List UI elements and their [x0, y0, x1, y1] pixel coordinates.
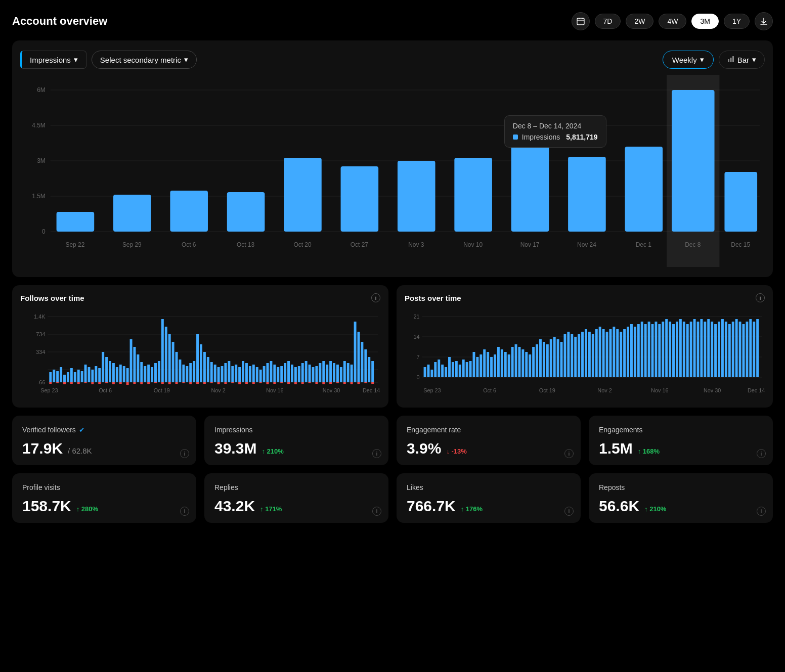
- svg-text:Nov 30: Nov 30: [323, 387, 340, 393]
- stat-card-engagements: Engagements 1.5M ↑ 168% i: [589, 416, 773, 465]
- svg-rect-256: [588, 332, 591, 377]
- svg-rect-79: [137, 354, 139, 382]
- weekly-view-button[interactable]: Weekly ▾: [663, 51, 714, 69]
- svg-rect-64: [84, 365, 87, 382]
- svg-rect-274: [651, 324, 654, 377]
- stat-info-reposts[interactable]: i: [757, 507, 766, 516]
- svg-rect-151: [77, 382, 80, 384]
- primary-metric-button[interactable]: Impressions ▾: [20, 51, 86, 69]
- svg-rect-70: [105, 357, 108, 382]
- calendar-icon[interactable]: [572, 12, 590, 30]
- svg-rect-107: [235, 365, 237, 382]
- svg-rect-122: [287, 361, 290, 382]
- svg-rect-255: [585, 329, 587, 377]
- svg-text:Nov 17: Nov 17: [520, 241, 540, 248]
- svg-rect-120: [280, 366, 283, 382]
- svg-rect-257: [592, 334, 594, 377]
- svg-text:Oct 13: Oct 13: [237, 241, 254, 248]
- svg-rect-235: [515, 344, 517, 377]
- svg-rect-131: [319, 363, 321, 382]
- svg-rect-168: [196, 382, 199, 384]
- primary-metric-label: Impressions: [30, 56, 71, 64]
- svg-rect-187: [329, 382, 332, 384]
- svg-rect-136: [336, 365, 339, 382]
- stat-card-verified-followers: Verified followers ✔ 17.9K / 62.8K i: [12, 416, 196, 465]
- svg-text:Dec 1: Dec 1: [636, 241, 651, 248]
- svg-text:Nov 16: Nov 16: [651, 387, 668, 393]
- svg-rect-88: [168, 334, 171, 382]
- svg-rect-304: [756, 319, 759, 377]
- time-btn-2w[interactable]: 2W: [626, 14, 653, 29]
- stat-info-0[interactable]: i: [180, 449, 189, 458]
- svg-rect-86: [161, 319, 164, 382]
- svg-rect-62: [77, 370, 80, 382]
- svg-rect-265: [620, 332, 622, 377]
- svg-rect-183: [301, 382, 304, 384]
- stat-info-1[interactable]: i: [372, 449, 381, 458]
- svg-rect-27: [568, 157, 606, 232]
- stat-value-row-replies: 43.2K ↑ 171%: [214, 498, 378, 515]
- svg-rect-278: [665, 319, 668, 377]
- svg-rect-186: [322, 382, 325, 384]
- svg-rect-163: [161, 382, 164, 384]
- page-title: Account overview: [12, 15, 107, 28]
- time-btn-1y[interactable]: 1Y: [724, 14, 750, 29]
- stat-info-3[interactable]: i: [757, 449, 766, 458]
- svg-rect-222: [469, 361, 472, 377]
- stat-value-profile-visits: 158.7K: [22, 498, 71, 515]
- svg-text:21: 21: [414, 313, 420, 320]
- svg-rect-190: [351, 382, 353, 384]
- svg-rect-55: [53, 370, 55, 382]
- svg-rect-24: [398, 161, 435, 232]
- download-icon[interactable]: [755, 12, 773, 30]
- posts-info-icon[interactable]: i: [756, 293, 765, 302]
- svg-rect-116: [267, 363, 269, 382]
- stat-info-2[interactable]: i: [564, 449, 574, 458]
- svg-text:14: 14: [414, 334, 420, 340]
- svg-text:0: 0: [417, 374, 420, 380]
- svg-rect-124: [294, 367, 297, 382]
- time-btn-4w[interactable]: 4W: [659, 14, 686, 29]
- svg-rect-239: [529, 354, 531, 377]
- svg-rect-114: [259, 370, 262, 382]
- svg-rect-218: [455, 361, 458, 377]
- svg-text:Nov 3: Nov 3: [408, 241, 424, 248]
- svg-rect-0: [577, 18, 584, 25]
- svg-rect-164: [168, 382, 171, 384]
- stat-title-engagements: Engagements: [599, 426, 763, 434]
- svg-rect-94: [189, 363, 192, 382]
- stat-value-0: 17.9K: [22, 440, 63, 457]
- svg-rect-280: [672, 324, 675, 377]
- svg-rect-259: [599, 327, 601, 377]
- svg-rect-260: [602, 329, 605, 377]
- svg-rect-303: [753, 322, 755, 377]
- svg-rect-178: [267, 382, 269, 384]
- svg-rect-103: [221, 366, 224, 382]
- svg-rect-248: [560, 342, 563, 377]
- svg-rect-134: [329, 361, 332, 382]
- time-btn-3m[interactable]: 3M: [691, 14, 718, 29]
- svg-rect-233: [508, 354, 510, 377]
- svg-rect-277: [662, 322, 664, 377]
- svg-rect-155: [105, 382, 108, 383]
- svg-text:Oct 20: Oct 20: [293, 241, 311, 248]
- svg-rect-261: [606, 332, 608, 377]
- secondary-metric-button[interactable]: Select secondary metric ▾: [92, 51, 197, 69]
- stat-title-likes: Likes: [407, 483, 571, 491]
- stat-info-likes[interactable]: i: [564, 507, 574, 516]
- svg-text:Nov 30: Nov 30: [704, 387, 721, 393]
- svg-text:334: 334: [36, 349, 45, 355]
- stat-info-profile-visits[interactable]: i: [180, 507, 189, 516]
- time-btn-7d[interactable]: 7D: [595, 14, 621, 29]
- follows-info-icon[interactable]: i: [371, 293, 380, 302]
- svg-rect-20: [170, 191, 208, 232]
- stat-info-replies[interactable]: i: [372, 507, 381, 516]
- svg-rect-237: [521, 349, 524, 377]
- svg-rect-156: [112, 382, 115, 384]
- stat-value-row-profile-visits: 158.7K ↑ 280%: [22, 498, 186, 515]
- svg-rect-182: [294, 382, 297, 384]
- svg-rect-170: [210, 382, 213, 383]
- svg-rect-76: [126, 368, 129, 382]
- chart-type-button[interactable]: Bar ▾: [719, 51, 765, 69]
- svg-rect-135: [333, 363, 335, 382]
